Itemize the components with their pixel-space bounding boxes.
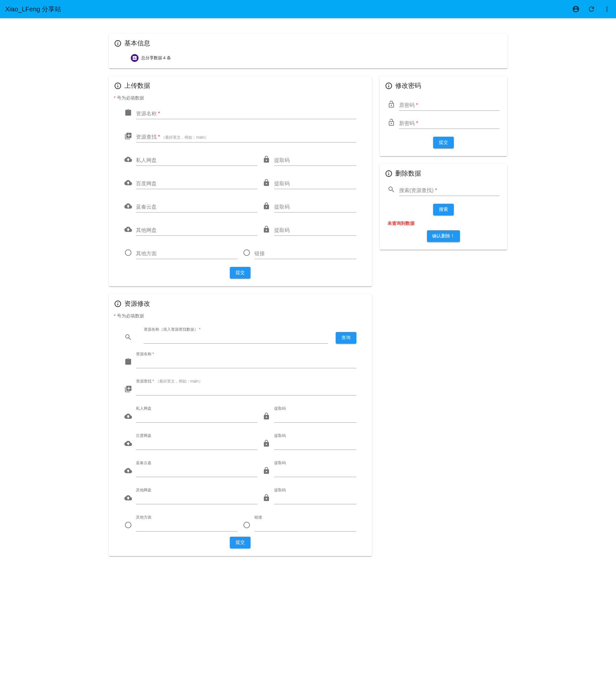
appbar-title: Xiao_LFeng 分享站 — [5, 5, 61, 14]
cloud-upload-icon — [124, 202, 132, 213]
circle-icon — [124, 521, 132, 532]
lock-icon — [263, 202, 270, 213]
resource-name-input[interactable] — [136, 110, 356, 119]
baidu-disk-input[interactable] — [136, 181, 258, 189]
upload-required-note: * 号为必填数据 — [109, 95, 372, 104]
delete-search-button[interactable]: 搜索 — [433, 204, 454, 215]
basic-info-title: 基本信息 — [124, 39, 150, 47]
cloud-upload-icon — [124, 494, 132, 504]
delete-card: 删除数据 搜索(资源查找) * 搜索 未查询到数据 确认删除！ — [380, 164, 507, 250]
query-button[interactable]: 查询 — [336, 332, 356, 344]
delete-search-input[interactable] — [399, 187, 500, 196]
edit-name-input[interactable] — [136, 359, 356, 368]
lock-outline-icon — [388, 100, 395, 111]
search-icon — [388, 186, 395, 196]
private-code-input[interactable] — [274, 157, 356, 166]
appbar: Xiao_LFeng 分享站 — [0, 0, 616, 18]
refresh-icon[interactable] — [588, 5, 595, 13]
more-icon[interactable] — [603, 5, 611, 13]
info-icon — [114, 82, 122, 90]
share-count-chip: 总分享数据 4 条 — [130, 53, 175, 63]
library-add-icon — [124, 132, 132, 142]
upload-card: 上传数据 * 号为必填数据 资源名称 * — [109, 76, 372, 286]
edit-card: 资源修改 * 号为必填数据 资源名称（填入资源查找数据） * 查询 — [109, 294, 372, 556]
cloud-upload-icon — [124, 440, 132, 450]
lock-icon — [263, 155, 270, 166]
library-add-icon — [124, 385, 132, 396]
info-icon — [114, 300, 122, 308]
account-icon[interactable] — [572, 5, 580, 13]
edit-submit-button[interactable]: 提交 — [230, 537, 251, 548]
share-count-text: 总分享数据 4 条 — [141, 55, 171, 61]
upload-submit-button[interactable]: 提交 — [230, 267, 251, 278]
search-icon — [124, 333, 132, 344]
info-icon — [385, 170, 393, 178]
edit-baidu-input[interactable] — [136, 441, 258, 450]
lock-icon — [263, 179, 270, 189]
cloud-upload-icon — [124, 155, 132, 166]
edit-link-input[interactable] — [255, 523, 356, 532]
change-pwd-title: 修改密码 — [395, 81, 421, 90]
circle-icon — [243, 249, 251, 259]
lock-icon — [263, 440, 270, 450]
edit-private-code-input[interactable] — [274, 414, 356, 423]
lanzou-code-input[interactable] — [274, 204, 356, 213]
info-icon — [385, 82, 393, 90]
link-input[interactable] — [255, 250, 356, 259]
info-icon — [114, 39, 122, 47]
edit-aspect-input[interactable] — [136, 523, 238, 532]
resource-find-input[interactable] — [136, 134, 356, 142]
edit-find-input[interactable] — [136, 387, 356, 396]
cloud-upload-icon — [124, 467, 132, 477]
other-disk-input[interactable] — [136, 227, 258, 236]
other-code-input[interactable] — [274, 227, 356, 236]
edit-lanzou-code-input[interactable] — [274, 468, 356, 477]
lock-icon — [263, 225, 270, 236]
private-disk-input[interactable] — [136, 157, 258, 166]
edit-title: 资源修改 — [124, 299, 150, 308]
edit-baidu-code-input[interactable] — [274, 441, 356, 450]
poll-icon — [131, 54, 139, 62]
edit-other-code-input[interactable] — [274, 495, 356, 504]
change-pwd-card: 修改密码 原密码 * 新密码 * 提交 — [380, 76, 507, 156]
lock-outline-icon — [388, 119, 395, 129]
other-aspect-input[interactable] — [136, 250, 238, 259]
old-password-input[interactable] — [399, 102, 500, 111]
new-password-input[interactable] — [399, 120, 500, 129]
circle-icon — [243, 521, 251, 532]
lock-icon — [263, 467, 270, 477]
cloud-upload-icon — [124, 225, 132, 236]
circle-icon — [124, 249, 132, 259]
edit-lanzou-input[interactable] — [136, 468, 258, 477]
baidu-code-input[interactable] — [274, 181, 356, 189]
upload-title: 上传数据 — [124, 81, 150, 90]
edit-private-input[interactable] — [136, 414, 258, 423]
lanzou-disk-input[interactable] — [136, 204, 258, 213]
lock-icon — [263, 412, 270, 423]
edit-required-note: * 号为必填数据 — [109, 313, 372, 322]
confirm-delete-button[interactable]: 确认删除！ — [427, 230, 460, 242]
edit-other-input[interactable] — [136, 495, 258, 504]
delete-not-found: 未查询到数据 — [388, 221, 500, 226]
basic-info-card: 基本信息 总分享数据 4 条 — [109, 34, 507, 68]
pwd-submit-button[interactable]: 提交 — [433, 137, 454, 148]
assignment-icon — [124, 358, 132, 368]
cloud-upload-icon — [124, 179, 132, 189]
lock-icon — [263, 494, 270, 504]
assignment-icon — [124, 109, 132, 119]
edit-search-input[interactable] — [144, 335, 328, 344]
cloud-upload-icon — [124, 412, 132, 423]
delete-title: 删除数据 — [395, 169, 421, 178]
